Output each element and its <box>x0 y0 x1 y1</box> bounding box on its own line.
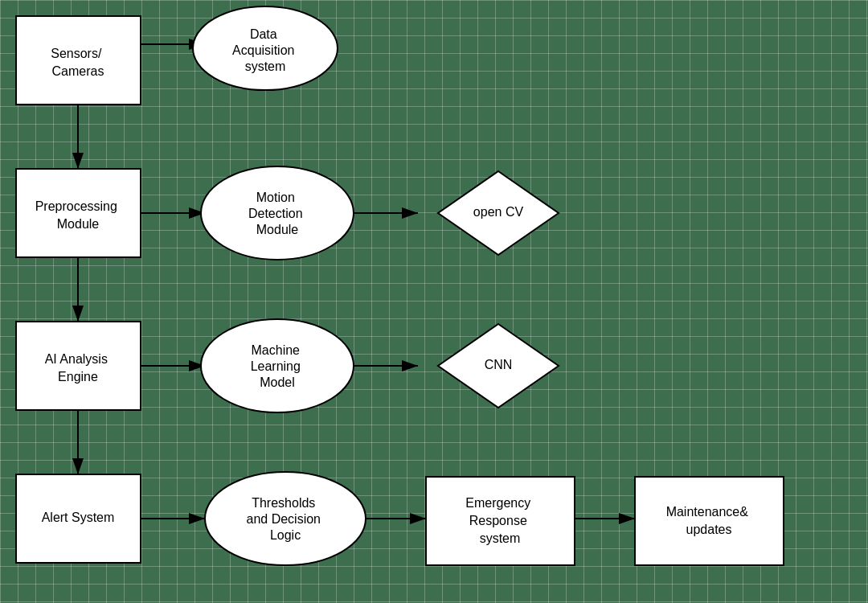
maintenance-box <box>635 477 784 565</box>
cnn-label: CNN <box>485 358 513 371</box>
diagram-container: Sensors/ Cameras Data Acquisition system… <box>0 0 868 603</box>
motion-detection-label: Motion Detection Module <box>248 191 306 236</box>
opencv-label: open CV <box>473 205 524 219</box>
alert-label: Alert System <box>42 511 115 524</box>
flowchart-svg: Sensors/ Cameras Data Acquisition system… <box>0 0 868 603</box>
